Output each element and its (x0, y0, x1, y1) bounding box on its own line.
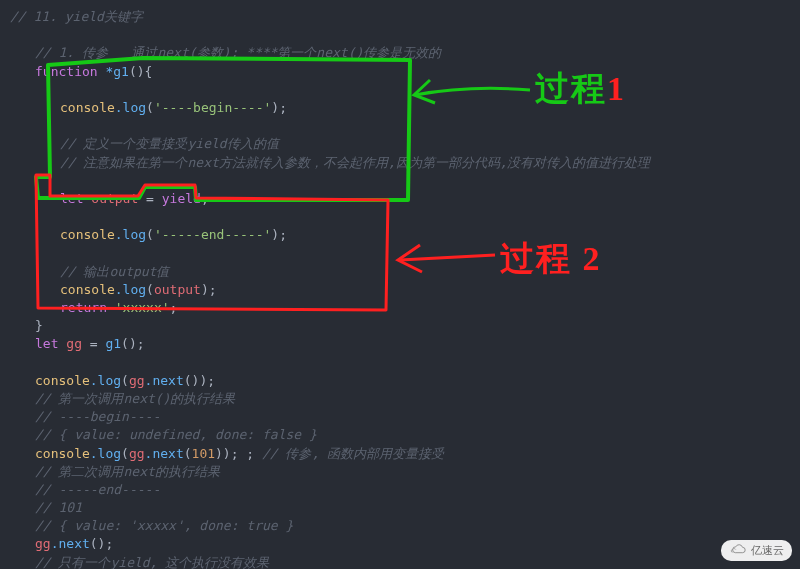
paren-open: ( (121, 373, 129, 388)
semicolon: ; (201, 191, 209, 206)
log-method: .log (115, 227, 146, 242)
code-line: // 1. 传参 通过next(参数); ****第一个next()传参是无效的 (10, 44, 790, 62)
code-line: let gg = g1(); (10, 335, 790, 353)
label-text: 过程 (500, 240, 572, 277)
brace: } (35, 318, 43, 333)
code-comment: // 101 (10, 499, 790, 517)
inline-comment: // 传参, 函数内部用变量接受 (262, 446, 444, 461)
code-comment: // -----end----- (10, 481, 790, 499)
label-text: 过程 (535, 70, 607, 107)
watermark: 亿速云 (721, 540, 792, 561)
generator-star: * (98, 64, 114, 79)
annotation-label-2: 过程 2 (500, 235, 602, 283)
blank-line (10, 26, 790, 44)
identifier: output (154, 282, 201, 297)
label-number: 1 (607, 70, 626, 107)
blank-line (10, 117, 790, 135)
call-parens: (); (90, 536, 113, 551)
console-obj: console (60, 282, 115, 297)
paren-close: ); (271, 227, 287, 242)
label-number: 2 (583, 240, 602, 277)
paren-open: ( (121, 446, 129, 461)
code-line: return 'xxxxx'; (10, 299, 790, 317)
string-literal: 'xxxxx' (107, 300, 170, 315)
paren-close: ); (271, 100, 287, 115)
blank-line (10, 208, 790, 226)
code-line: function *g1(){ (10, 63, 790, 81)
function-name: g1 (113, 64, 129, 79)
code-line: } (10, 317, 790, 335)
blank-line (10, 354, 790, 372)
log-method: .log (115, 282, 146, 297)
paren-open: ( (184, 446, 192, 461)
keyword-return: return (60, 300, 107, 315)
call-parens: ()); (184, 373, 215, 388)
code-comment: // { value: undefined, done: false } (10, 426, 790, 444)
code-comment: // { value: 'xxxxx', done: true } (10, 517, 790, 535)
log-method: .log (90, 446, 121, 461)
call-parens: (); (121, 336, 144, 351)
paren-open: ( (146, 100, 154, 115)
identifier: gg (35, 536, 51, 551)
string-literal: '-----end-----' (154, 227, 271, 242)
console-obj: console (60, 100, 115, 115)
brace: { (145, 64, 153, 79)
keyword-function: function (35, 64, 98, 79)
code-comment: // 第一次调用next()的执行结果 (10, 390, 790, 408)
blank-line (10, 81, 790, 99)
code-comment: // ----begin---- (10, 408, 790, 426)
code-comment: // 注意如果在第一个next方法就传入参数，不会起作用,因为第一部分代码,没有… (10, 154, 790, 172)
code-line: gg.next(); (10, 535, 790, 553)
function-call: g1 (105, 336, 121, 351)
console-obj: console (35, 446, 90, 461)
operator: = (138, 191, 161, 206)
blank-line (10, 244, 790, 262)
paren-close: ); (201, 282, 217, 297)
blank-line (10, 172, 790, 190)
watermark-text: 亿速云 (751, 543, 784, 558)
string-literal: '----begin----' (154, 100, 271, 115)
code-line: let output = yield; (10, 190, 790, 208)
extra-semi: ; (239, 446, 262, 461)
code-comment: // 只有一个yield, 这个执行没有效果 (10, 554, 790, 569)
keyword-let: let (35, 336, 58, 351)
paren-open: ( (146, 282, 154, 297)
console-obj: console (35, 373, 90, 388)
code-editor: // 11. yield关键字 // 1. 传参 通过next(参数); ***… (0, 0, 800, 569)
semicolon: ; (170, 300, 178, 315)
paren-close: )); (215, 446, 238, 461)
code-line: console.log(gg.next()); (10, 372, 790, 390)
code-comment: // 输出output值 (10, 263, 790, 281)
parens: () (129, 64, 145, 79)
next-method: .next (145, 373, 184, 388)
next-method: .next (145, 446, 184, 461)
console-obj: console (60, 227, 115, 242)
identifier: gg (129, 373, 145, 388)
log-method: .log (90, 373, 121, 388)
annotation-label-1: 过程1 (535, 65, 626, 113)
code-line: console.log(gg.next(101)); ; // 传参, 函数内部… (10, 445, 790, 463)
keyword-let: let (60, 191, 83, 206)
paren-open: ( (146, 227, 154, 242)
code-comment: // 第二次调用next的执行结果 (10, 463, 790, 481)
next-method: .next (51, 536, 90, 551)
code-line: // 11. yield关键字 (10, 8, 790, 26)
code-comment: // 定义一个变量接受yield传入的值 (10, 135, 790, 153)
identifier: gg (58, 336, 81, 351)
log-method: .log (115, 100, 146, 115)
code-line: console.log('-----end-----'); (10, 226, 790, 244)
number-literal: 101 (192, 446, 215, 461)
code-line: console.log(output); (10, 281, 790, 299)
identifier: output (83, 191, 138, 206)
operator: = (82, 336, 105, 351)
cloud-icon (729, 544, 747, 556)
keyword-yield: yield (162, 191, 201, 206)
identifier: gg (129, 446, 145, 461)
code-line: console.log('----begin----'); (10, 99, 790, 117)
